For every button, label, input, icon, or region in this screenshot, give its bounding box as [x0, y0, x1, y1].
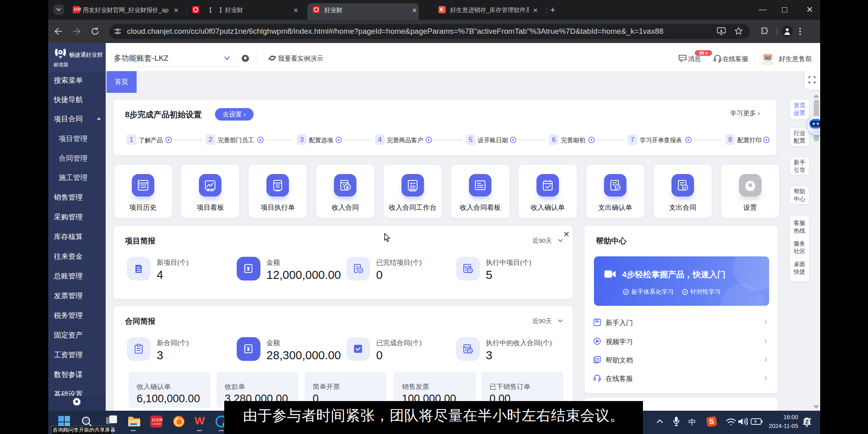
svg-text:z: z [809, 417, 811, 421]
